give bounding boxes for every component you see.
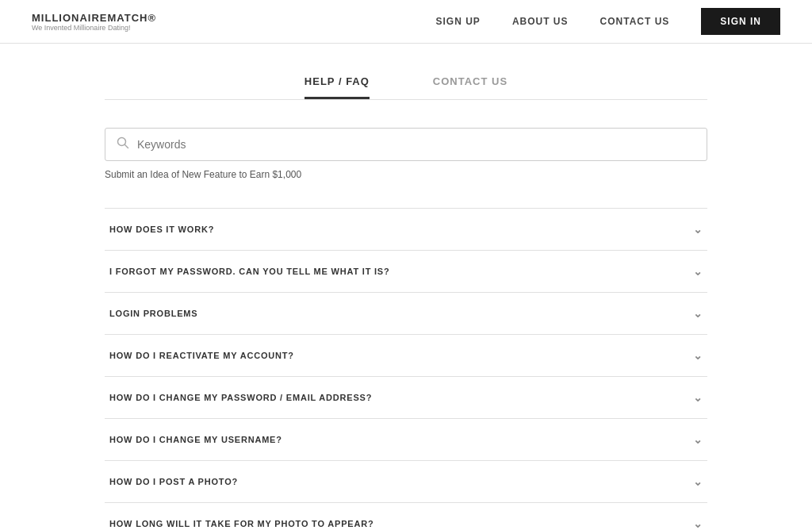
submit-idea-text: Submit an Idea of New Feature to Earn $1… (105, 169, 707, 180)
chevron-down-icon: ⌄ (693, 475, 703, 488)
logo: MILLIONAIREMATCH® We Invented Millionair… (32, 12, 156, 32)
nav-about[interactable]: ABOUT US (512, 16, 569, 27)
svg-line-1 (125, 145, 128, 148)
chevron-down-icon: ⌄ (693, 223, 703, 236)
chevron-down-icon: ⌄ (693, 433, 703, 446)
search-area: Submit an Idea of New Feature to Earn $1… (105, 128, 707, 180)
faq-item-how-does-it-work[interactable]: HOW DOES IT WORK?⌄ (105, 208, 707, 250)
tab-help-faq[interactable]: HELP / FAQ (304, 75, 370, 99)
faq-item-change-username[interactable]: HOW DO I CHANGE MY USERNAME?⌄ (105, 418, 707, 460)
nav-signup[interactable]: SIGN UP (436, 16, 481, 27)
faq-question: HOW DO I CHANGE MY USERNAME? (109, 435, 282, 444)
main-content: HELP / FAQ CONTACT US Submit an Idea of … (89, 75, 723, 530)
faq-item-photo-appear[interactable]: HOW LONG WILL IT TAKE FOR MY PHOTO TO AP… (105, 502, 707, 530)
tab-contact-us[interactable]: CONTACT US (433, 75, 508, 99)
chevron-down-icon: ⌄ (693, 349, 703, 362)
sign-in-button[interactable]: SIGN IN (701, 8, 780, 35)
faq-question: HOW DOES IT WORK? (109, 225, 214, 234)
faq-question: HOW DO I REACTIVATE MY ACCOUNT? (109, 351, 294, 360)
chevron-down-icon: ⌄ (693, 307, 703, 320)
faq-question: I FORGOT MY PASSWORD. CAN YOU TELL ME WH… (109, 267, 390, 276)
logo-name: MILLIONAIREMATCH® (32, 12, 156, 24)
search-icon (117, 136, 129, 152)
faq-item-reactivate-account[interactable]: HOW DO I REACTIVATE MY ACCOUNT?⌄ (105, 334, 707, 376)
faq-item-forgot-password[interactable]: I FORGOT MY PASSWORD. CAN YOU TELL ME WH… (105, 250, 707, 292)
faq-question: HOW LONG WILL IT TAKE FOR MY PHOTO TO AP… (109, 519, 373, 528)
faq-question: LOGIN PROBLEMS (109, 309, 197, 318)
tabs-container: HELP / FAQ CONTACT US (105, 75, 707, 100)
faq-question: HOW DO I CHANGE MY PASSWORD / EMAIL ADDR… (109, 393, 372, 402)
search-box (105, 128, 707, 161)
chevron-down-icon: ⌄ (693, 391, 703, 404)
chevron-down-icon: ⌄ (693, 517, 703, 530)
chevron-down-icon: ⌄ (693, 265, 703, 278)
logo-tagline: We Invented Millionaire Dating! (32, 24, 156, 32)
faq-item-change-password-email[interactable]: HOW DO I CHANGE MY PASSWORD / EMAIL ADDR… (105, 376, 707, 418)
faq-question: HOW DO I POST A PHOTO? (109, 477, 238, 486)
nav-contact[interactable]: CONTACT US (600, 16, 670, 27)
faq-item-login-problems[interactable]: LOGIN PROBLEMS⌄ (105, 292, 707, 334)
faq-item-post-photo[interactable]: HOW DO I POST A PHOTO?⌄ (105, 460, 707, 502)
search-input[interactable] (137, 138, 695, 151)
faq-list: HOW DOES IT WORK?⌄I FORGOT MY PASSWORD. … (105, 208, 707, 530)
site-header: MILLIONAIREMATCH® We Invented Millionair… (0, 0, 812, 44)
main-nav: SIGN UP ABOUT US CONTACT US SIGN IN (436, 8, 780, 35)
